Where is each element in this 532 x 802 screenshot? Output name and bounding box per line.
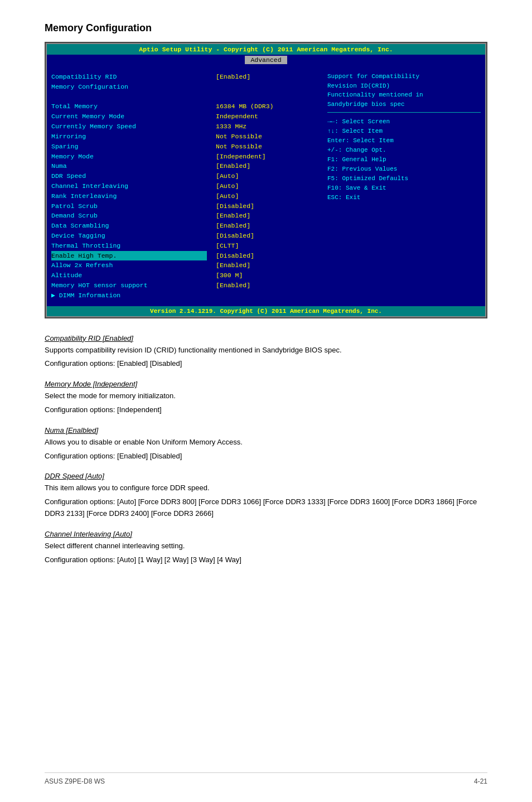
bios-center-val-5: 1333 MHz	[216, 122, 318, 132]
bios-center-val-18: [Disabled]	[216, 251, 318, 261]
bios-center-val-11: [Auto]	[216, 181, 318, 191]
bios-center-val-13: [Disabled]	[216, 201, 318, 211]
bios-center-val-16: [Disabled]	[216, 231, 318, 241]
bios-menu-item-0: Compatibility RID	[51, 72, 207, 82]
doc-entry-desc-3: This item allows you to configure force …	[45, 482, 487, 494]
bios-menu-item-5: Currently Memory Speed	[51, 122, 207, 132]
bios-menu-item-18[interactable]: Enable High Temp.	[51, 251, 207, 261]
bios-nav-help: →←: Select Screen↑↓: Select ItemEnter: S…	[327, 117, 481, 202]
doc-entry-title-4: Channel Interleaving [Auto]	[45, 530, 487, 538]
bios-center-val-22	[216, 291, 318, 301]
bios-menu-item-19: Allow 2x Refresh	[51, 260, 207, 270]
bios-menu-item-6: Mirroring	[51, 132, 207, 142]
bios-center-val-19: [Enabled]	[216, 260, 318, 270]
bios-menu-item-3: Total Memory	[51, 102, 207, 112]
bios-info-text: Support for CompatibilityRevision ID(CRI…	[327, 72, 481, 109]
doc-entry-desc-4: Select different channel interleaving se…	[45, 540, 487, 552]
bios-center-val-14: [Enabled]	[216, 211, 318, 221]
bios-right-panel: Support for CompatibilityRevision ID(CRI…	[323, 71, 485, 302]
bios-menu-item-14: Demand Scrub	[51, 211, 207, 221]
bios-screen: Aptio Setup Utility - Copyright (C) 2011…	[45, 42, 487, 318]
bios-center-val-10: [Auto]	[216, 171, 318, 181]
doc-entry-desc-2: Allows you to disable or enable Non Unif…	[45, 437, 487, 448]
bios-menu-item-15: Data Scrambling	[51, 221, 207, 231]
bios-center-val-8: [Independent]	[216, 152, 318, 162]
bios-menu-item-9: Numa	[51, 161, 207, 171]
bios-menu-item-22: ▶ DIMM Information	[51, 291, 207, 301]
bios-center-val-20: [300 M]	[216, 270, 318, 281]
bios-menu-item-16: Device Tagging	[51, 231, 207, 241]
doc-entry-4: Channel Interleaving [Auto]Select differ…	[45, 530, 487, 566]
bios-menu-item-20: Altitude	[51, 270, 207, 281]
doc-entry-0: Compatibility RID [Enabled]Supports comp…	[45, 334, 487, 370]
doc-entry-title-0: Compatibility RID [Enabled]	[45, 334, 487, 342]
bios-center-val-7: Not Possible	[216, 142, 318, 152]
bios-center-val-0: [Enabled]	[216, 72, 318, 82]
doc-entry-config-4: Configuration options: [Auto] [1 Way] [2…	[45, 554, 487, 566]
bios-center-val-21: [Enabled]	[216, 281, 318, 291]
doc-entry-title-2: Numa [Enalbled]	[45, 426, 487, 434]
bios-menu-item-11: Channel Interleaving	[51, 181, 207, 191]
bios-center-val-3: 16384 MB (DDR3)	[216, 102, 318, 112]
doc-entry-config-1: Configuration options: [Independent]	[45, 404, 487, 416]
bios-center-val-4: Independent	[216, 112, 318, 122]
doc-entry-title-1: Memory Mode [Independent]	[45, 380, 487, 388]
bios-center-val-6: Not Possible	[216, 132, 318, 142]
bios-center-val-1	[216, 82, 318, 92]
bios-menu-item-8: Memory Mode	[51, 152, 207, 162]
page-footer: ASUS Z9PE-D8 WS 4-21	[45, 772, 487, 785]
bios-center-val-2	[216, 92, 318, 102]
footer-left: ASUS Z9PE-D8 WS	[45, 777, 105, 785]
bios-menu-item-10: DDR Speed	[51, 171, 207, 181]
bios-menu-item-21: Memory HOT sensor support	[51, 281, 207, 291]
bios-menu-item-7: Sparing	[51, 142, 207, 152]
doc-entry-config-3: Configuration options: [Auto] [Force DDR…	[45, 496, 487, 520]
doc-entry-desc-0: Supports compatibility revision ID (CRID…	[45, 345, 487, 356]
bios-tab-advanced[interactable]: Advanced	[245, 56, 287, 64]
doc-section: Compatibility RID [Enabled]Supports comp…	[45, 334, 487, 566]
doc-entry-config-0: Configuration options: [Enabled] [Disabl…	[45, 358, 487, 370]
bios-header: Aptio Setup Utility - Copyright (C) 2011…	[47, 44, 485, 55]
bios-center-val-17: [CLTT]	[216, 241, 318, 251]
bios-footer: Version 2.14.1219. Copyright (C) 2011 Am…	[47, 306, 485, 316]
bios-menu-item-2	[51, 92, 207, 102]
doc-entry-1: Memory Mode [Independent]Select the mode…	[45, 380, 487, 416]
bios-left-panel: Compatibility RIDMemory Configuration To…	[47, 71, 211, 302]
bios-menu-item-17: Thermal Throttling	[51, 241, 207, 251]
bios-center-val-9: [Enabled]	[216, 161, 318, 171]
doc-entry-desc-1: Select the mode for memory initializaton…	[45, 390, 487, 402]
bios-menu-item-4: Current Memory Mode	[51, 112, 207, 122]
doc-entry-3: DDR Speed [Auto]This item allows you to …	[45, 472, 487, 519]
bios-menu-item-1: Memory Configuration	[51, 82, 207, 92]
page-title: Memory Configuration	[45, 22, 487, 34]
bios-center-panel: [Enabled] 16384 MB (DDR3)Independent1333…	[211, 71, 323, 302]
doc-entry-2: Numa [Enalbled]Allows you to disable or …	[45, 426, 487, 462]
bios-menu-item-13: Patrol Scrub	[51, 201, 207, 211]
bios-menu-item-12: Rank Interleaving	[51, 191, 207, 201]
bios-tab-row: Advanced	[47, 55, 485, 66]
footer-right: 4-21	[474, 777, 487, 785]
doc-entry-title-3: DDR Speed [Auto]	[45, 472, 487, 480]
bios-center-val-15: [Enabled]	[216, 221, 318, 231]
bios-center-val-12: [Auto]	[216, 191, 318, 201]
doc-entry-config-2: Configuration options: [Enabled] [Disabl…	[45, 451, 487, 462]
